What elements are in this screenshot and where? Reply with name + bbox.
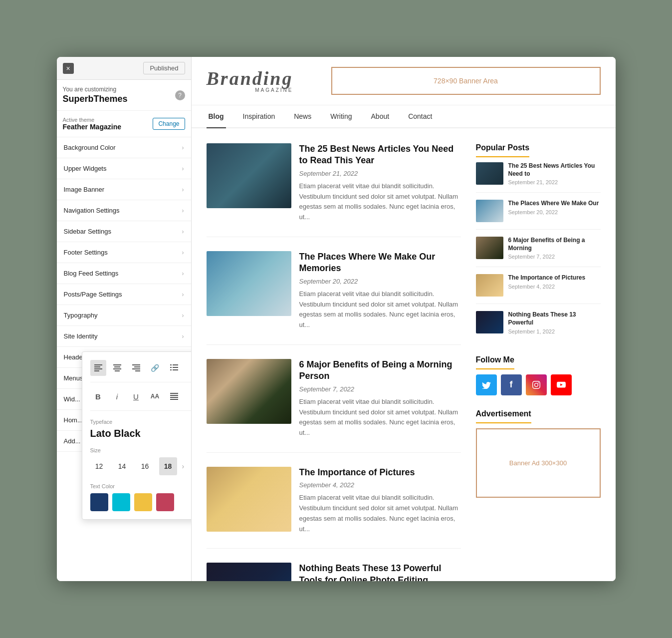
nav-item-contact[interactable]: Contact [406,105,434,128]
menu-item-label: Site Identity [64,332,98,340]
menu-item-navigation-settings[interactable]: Navigation Settings › [57,200,191,221]
site-header: Branding MAGAZINE 728×90 Banner Area [192,57,616,105]
size-more-arrow[interactable]: › [182,462,185,470]
menu-item-label: Background Color [64,144,116,151]
post-thumbnail [207,359,291,424]
chevron-right-icon: › [182,228,184,235]
align-right-button[interactable] [128,360,144,376]
follow-title: Follow Me [476,355,514,369]
popular-post-item: Nothing Beats These 13 Powerful Septembe… [476,311,601,341]
content-area: The 25 Best News Articles You Need to Re… [192,128,616,581]
color-swatch-red[interactable] [156,493,174,511]
popular-post-item: The 25 Best News Articles You Need to Se… [476,162,601,193]
svg-rect-13 [173,364,178,365]
post-date: September 21, 2022 [299,170,461,177]
popular-post-content: Nothing Beats These 13 Powerful Septembe… [508,311,601,334]
menu-item-typography[interactable]: Typography › [57,305,191,326]
popular-post-thumb [476,311,503,333]
popular-post-item: 6 Major Benefits of Being a Morning Sept… [476,237,601,267]
panel-header: × Published [57,57,191,80]
size-16-button[interactable]: 16 [136,457,154,475]
chevron-right-icon: › [182,144,184,151]
menu-item-sidebar-settings[interactable]: Sidebar Settings › [57,221,191,242]
formatting-toolbar-row2: B i U AA [90,388,192,411]
twitter-icon[interactable] [476,374,497,395]
size-14-button[interactable]: 14 [113,457,131,475]
social-icons: f [476,374,601,395]
theme-row: Active theme Feather Magazine Change [57,111,191,137]
change-theme-button[interactable]: Change [153,118,185,130]
popular-post-date: September 20, 2022 [508,209,601,215]
color-swatch-navy[interactable] [90,493,108,511]
svg-rect-0 [94,364,102,365]
nav-item-writing[interactable]: Writing [328,105,354,128]
site-logo: Branding MAGAZINE [207,69,293,93]
size-12-button[interactable]: 12 [90,457,108,475]
menu-item-background-color[interactable]: Background Color › [57,137,191,158]
svg-rect-6 [113,368,121,369]
post-content: Nothing Beats These 13 Powerful Tools fo… [299,563,461,581]
list-button[interactable] [166,360,182,376]
post-thumbnail [207,467,291,532]
justify-button[interactable] [166,388,182,404]
link-button[interactable]: 🔗 [147,360,163,376]
post-content: The 25 Best News Articles You Need to Re… [299,143,461,223]
underline-button[interactable]: U [128,388,144,404]
follow-section: Follow Me f [476,355,601,395]
nav-item-about[interactable]: About [369,105,392,128]
help-icon[interactable]: ? [175,90,185,100]
menu-item-posts-page-settings[interactable]: Posts/Page Settings › [57,284,191,305]
menu-item-image-banner[interactable]: Image Banner › [57,179,191,200]
menu-item-blog-feed-settings[interactable]: Blog Feed Settings › [57,263,191,284]
nav-item-inspiration[interactable]: Inspiration [241,105,277,128]
youtube-icon[interactable] [551,374,572,395]
popular-post-date: September 1, 2022 [508,328,601,334]
chevron-right-icon: › [182,270,184,277]
advertisement-title: Advertisement [476,409,531,423]
typeface-value: Lato Black [90,428,192,439]
popular-post-item: The Places Where We Make Our September 2… [476,200,601,230]
menu-item-label: Navigation Settings [64,207,120,214]
post-title: Nothing Beats These 13 Powerful Tools fo… [299,563,461,581]
nav-item-blog[interactable]: Blog [207,105,226,128]
align-center-button[interactable] [109,360,125,376]
logo-text: Branding [207,68,293,89]
post-excerpt: Etiam placerat velit vitae dui blandit s… [299,289,461,330]
svg-rect-20 [170,397,178,398]
post-content: The Importance of Pictures September 4, … [299,467,461,535]
chevron-right-icon: › [182,291,184,298]
post-excerpt: Etiam placerat velit vitae dui blandit s… [299,181,461,223]
svg-rect-2 [94,368,102,369]
svg-rect-9 [134,366,140,367]
menu-item-upper-widgets[interactable]: Upper Widgets › [57,158,191,179]
post-title: 6 Major Benefits of Being a Morning Pers… [299,359,461,382]
instagram-icon[interactable] [526,374,547,395]
menu-item-footer-settings[interactable]: Footer Settings › [57,242,191,263]
facebook-icon[interactable]: f [501,374,522,395]
post-item: The Importance of Pictures September 4, … [207,467,461,549]
svg-rect-10 [132,368,140,369]
formatting-toolbar-row1: 🔗 [90,360,192,382]
menu-item-label: Hom... [64,416,83,424]
svg-rect-4 [113,364,121,365]
popular-post-title: The 25 Best News Articles You Need to [508,162,601,178]
post-item: The Places Where We Make Our Memories Se… [207,251,461,345]
nav-item-news[interactable]: News [292,105,313,128]
svg-rect-8 [132,364,140,365]
post-item: The 25 Best News Articles You Need to Re… [207,143,461,237]
menu-item-site-identity[interactable]: Site Identity › [57,326,191,347]
svg-rect-18 [170,393,178,394]
site-navigation: Blog Inspiration News Writing About Cont… [192,105,616,128]
post-excerpt: Etiam placerat velit vitae dui blandit s… [299,397,461,438]
align-left-button[interactable] [90,360,106,376]
color-swatch-cyan[interactable] [112,493,130,511]
bold-button[interactable]: B [90,388,106,404]
color-swatch-yellow[interactable] [134,493,152,511]
menu-item-label: Footer Settings [64,249,108,256]
popular-post-thumb [476,162,503,185]
theme-name: Feather Magazine [63,123,121,131]
close-button[interactable]: × [63,63,74,74]
aa-button[interactable]: AA [147,388,163,404]
size-18-button[interactable]: 18 [159,457,177,475]
italic-button[interactable]: i [109,388,125,404]
